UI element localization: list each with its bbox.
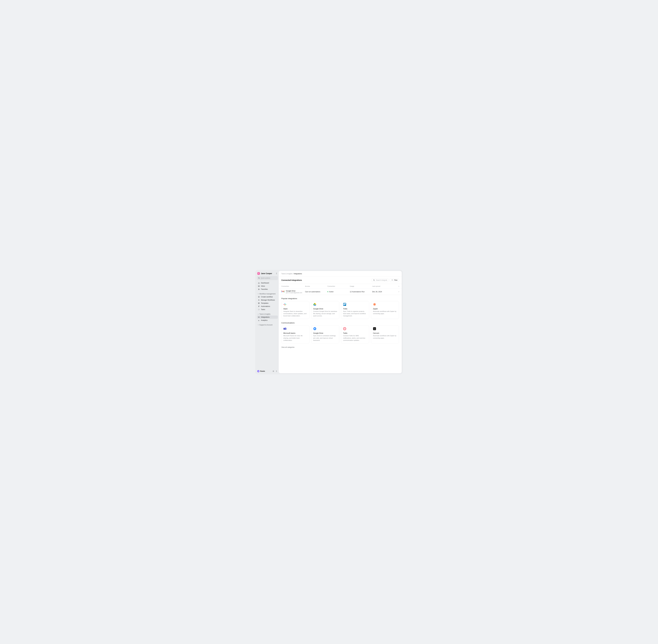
nav-automations[interactable]: Automations bbox=[257, 305, 278, 308]
row-more[interactable] bbox=[395, 291, 400, 293]
filter-icon bbox=[391, 279, 393, 281]
header-more[interactable] bbox=[395, 285, 400, 287]
svg-rect-16 bbox=[285, 303, 285, 304]
search-integrations-input[interactable] bbox=[376, 279, 387, 281]
svg-rect-21 bbox=[344, 303, 345, 305]
svg-rect-4 bbox=[258, 302, 260, 304]
bolt-icon bbox=[258, 305, 260, 307]
svg-point-12 bbox=[399, 286, 399, 286]
svg-rect-28 bbox=[375, 303, 376, 304]
quick-actions-input[interactable] bbox=[261, 277, 281, 279]
nav-group-label: Support & Account bbox=[259, 324, 272, 326]
card-trello[interactable]: Trello Sync Trello to organize projects,… bbox=[341, 301, 369, 319]
nav-manage-workflows[interactable]: Manage Workflows bbox=[257, 298, 278, 302]
nav-group-tools-items: Integrations Analytics bbox=[257, 316, 278, 322]
nav-dashboard[interactable]: Dashboard bbox=[257, 281, 278, 284]
card-zoom[interactable]: Google Drive Sync Zoom to schedule meeti… bbox=[311, 325, 339, 343]
nav-group-label: Tools & Insights bbox=[259, 313, 270, 315]
nav-label: Analytics bbox=[261, 319, 267, 321]
svg-rect-29 bbox=[373, 304, 374, 305]
svg-point-23 bbox=[374, 304, 375, 305]
cell-usage: 12 Automations Run bbox=[350, 291, 372, 293]
nav-analytics[interactable]: Analytics bbox=[257, 319, 278, 322]
nav-group-tools[interactable]: Tools & Insights bbox=[257, 313, 278, 316]
sidebar: JC Jane Cooper ⌘ K Dashboard Inbox bbox=[256, 271, 279, 373]
card-title: Trello bbox=[343, 308, 367, 310]
card-title: Zapier bbox=[373, 308, 397, 310]
svg-point-44 bbox=[345, 329, 345, 329]
col-status: Connection bbox=[327, 285, 350, 287]
status-text: Active bbox=[329, 291, 333, 293]
svg-point-42 bbox=[345, 328, 345, 328]
caret-right-icon bbox=[258, 324, 259, 325]
nav-tasks[interactable]: Tasks bbox=[257, 308, 278, 311]
svg-point-40 bbox=[343, 327, 346, 330]
svg-point-5 bbox=[258, 309, 260, 310]
nav-integrations[interactable]: Integrations bbox=[257, 316, 278, 319]
gmail-icon bbox=[281, 290, 285, 293]
view-all-categories[interactable]: View all categories bbox=[281, 346, 399, 348]
zoom-icon bbox=[313, 327, 316, 330]
svg-rect-25 bbox=[374, 305, 375, 306]
svg-text:T: T bbox=[284, 328, 285, 329]
tasks-icon bbox=[258, 308, 260, 310]
svg-rect-18 bbox=[285, 305, 285, 306]
svg-point-15 bbox=[399, 292, 399, 292]
gear-icon[interactable] bbox=[272, 370, 275, 372]
card-title: Twilio bbox=[343, 332, 367, 334]
nav-label: Manage Workflows bbox=[261, 299, 275, 301]
card-desc: Automate workflows with Zapier by connec… bbox=[373, 335, 397, 339]
sidebar-footer: flowix bbox=[257, 370, 278, 373]
chevron-up-down-icon[interactable] bbox=[276, 370, 278, 372]
nav-group-workflow-items: Create workflow Manage Workflows Templat… bbox=[257, 295, 278, 311]
nav-label: Create workflow bbox=[261, 296, 273, 298]
card-slack[interactable]: Slack Integrate Slack to streamline conv… bbox=[281, 301, 309, 319]
svg-rect-39 bbox=[314, 328, 315, 329]
caret-down-icon bbox=[258, 293, 259, 295]
breadcrumb: Tools & Insights / Integrations bbox=[279, 271, 402, 277]
card-twilio[interactable]: Twilio Connect Twilio for SMS notificati… bbox=[341, 325, 369, 343]
table-row[interactable]: Google Drive jane cooper@gmail.com Can r… bbox=[279, 289, 402, 295]
cell-last-synced: Dec 26, 2024 bbox=[372, 291, 395, 293]
twilio-icon bbox=[343, 327, 346, 330]
slack-icon bbox=[283, 303, 286, 306]
nav-group-support[interactable]: Support & Account bbox=[257, 323, 278, 326]
card-teams[interactable]: T Microsoft teams Microsoft Teams for ch… bbox=[281, 325, 309, 343]
svg-point-7 bbox=[259, 317, 259, 317]
card-title: Microsoft teams bbox=[283, 332, 307, 334]
svg-rect-35 bbox=[286, 328, 286, 329]
card-calcom[interactable]: Cal Cal.com Automate workflows with Zapi… bbox=[371, 325, 399, 343]
trello-icon bbox=[343, 303, 346, 306]
card-zapier[interactable]: Zapier Automate workflows with Zapier by… bbox=[371, 301, 399, 319]
caret-down-icon bbox=[258, 314, 259, 315]
brand-name: flowix bbox=[260, 370, 265, 372]
filter-button[interactable]: Filter bbox=[390, 278, 399, 282]
col-last-synced: Last synced bbox=[372, 285, 395, 287]
nav-favorites[interactable]: Favorites bbox=[257, 288, 278, 291]
nav-label: Dashboard bbox=[261, 282, 269, 284]
quick-actions[interactable]: ⌘ K bbox=[257, 276, 278, 280]
svg-text:Cal: Cal bbox=[374, 328, 375, 329]
nav-templates[interactable]: Templates bbox=[257, 302, 278, 305]
search-icon bbox=[258, 277, 260, 279]
nav-group-workflow[interactable]: Workflow management bbox=[257, 292, 278, 295]
cell-status: Active bbox=[327, 291, 350, 293]
svg-rect-31 bbox=[375, 304, 376, 305]
nav-create-workflow[interactable]: Create workflow bbox=[257, 295, 278, 298]
star-icon bbox=[258, 288, 260, 290]
cell-connection: Google Drive jane cooper@gmail.com bbox=[281, 290, 305, 294]
workspace-switcher[interactable]: JC Jane Cooper bbox=[257, 272, 278, 276]
communications-grid: T Microsoft teams Microsoft Teams for ch… bbox=[281, 325, 399, 343]
cell-access: Can run automations bbox=[305, 291, 327, 293]
connected-header: Connected Integrations Filter bbox=[279, 277, 402, 284]
connection-sub: jane cooper@gmail.com bbox=[286, 292, 302, 294]
breadcrumb-parent[interactable]: Tools & Insights bbox=[281, 273, 292, 275]
filter-label: Filter bbox=[394, 279, 398, 281]
svg-rect-27 bbox=[375, 304, 376, 304]
search-integrations[interactable] bbox=[372, 278, 389, 282]
ellipsis-icon bbox=[398, 285, 400, 287]
card-desc: Automate workflows with Zapier by connec… bbox=[373, 310, 397, 315]
card-google-drive[interactable]: Google Drive Connect Google Drive for se… bbox=[311, 301, 339, 319]
nav-inbox[interactable]: Inbox bbox=[257, 284, 278, 288]
brand[interactable]: flowix bbox=[257, 370, 265, 372]
